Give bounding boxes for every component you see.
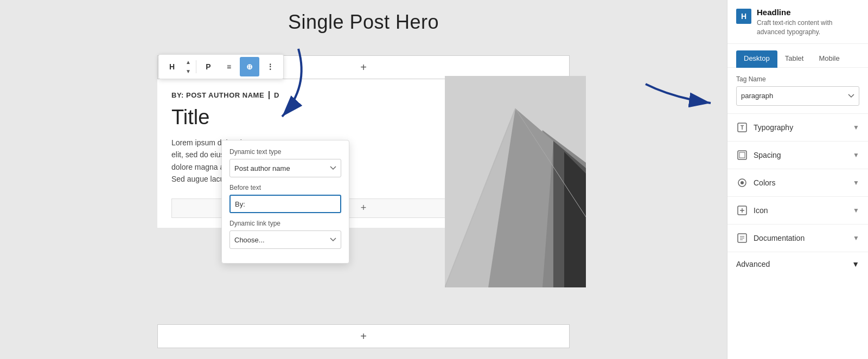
advanced-chevron: ▼	[852, 260, 859, 268]
widget-name: Headline	[757, 8, 859, 17]
move-down-button[interactable]: ▼	[183, 67, 194, 76]
tab-mobile[interactable]: Mobile	[811, 50, 847, 68]
colors-label: Colors	[754, 178, 775, 187]
sidebar-header-text: Headline Craft text-rich content with ad…	[757, 8, 859, 37]
dynamic-link-select[interactable]: Choose... Post URL Author URL	[229, 230, 341, 249]
documentation-section: Documentation ▼	[727, 225, 868, 252]
spacing-section: Spacing ▼	[727, 142, 868, 169]
accordion-left: Icon	[736, 204, 768, 216]
plus-icon: +	[361, 202, 367, 213]
heading-button[interactable]: H	[162, 57, 182, 76]
icon-section: Icon ▼	[727, 197, 868, 225]
svg-marker-6	[564, 152, 586, 287]
reorder-arrows: ▲ ▼	[183, 58, 194, 76]
toolbar-separator	[196, 60, 196, 73]
colors-chevron: ▼	[853, 179, 859, 187]
icon-label: Icon	[754, 206, 768, 215]
accordion-left: T Typography	[736, 121, 793, 133]
author-suffix: D	[274, 91, 279, 99]
dynamic-text-popup: Dynamic text type Post author name Post …	[221, 140, 349, 264]
align-icon: ≡	[227, 62, 231, 71]
documentation-icon	[736, 232, 748, 244]
advanced-section: Advanced ▼	[727, 252, 868, 276]
advanced-header[interactable]: Advanced ▼	[736, 260, 859, 268]
dynamic-link-label: Dynamic link type	[229, 220, 341, 227]
typography-icon: T	[736, 121, 748, 133]
documentation-label: Documentation	[754, 234, 805, 242]
icon-chevron: ▼	[853, 207, 859, 214]
canvas-area: Single Post Hero + H ▲ ▼ P	[0, 0, 727, 359]
tag-name-label: Tag Name	[736, 75, 859, 83]
accordion-left: Documentation	[736, 232, 805, 244]
colors-section: Colors ▼	[727, 169, 868, 197]
align-button[interactable]: ≡	[219, 57, 239, 76]
dynamic-type-label: Dynamic text type	[229, 148, 341, 156]
dynamic-content-button[interactable]: ⊕	[240, 57, 259, 76]
svg-text:T: T	[741, 125, 744, 131]
sidebar-header: H Headline Craft text-rich content with …	[727, 0, 868, 44]
hero-image-svg	[445, 76, 586, 287]
paragraph-button[interactable]: P	[199, 57, 218, 76]
widget-description: Craft text-rich content with advanced ty…	[757, 18, 859, 37]
tab-desktop[interactable]: Desktop	[736, 50, 777, 68]
tag-name-select[interactable]: paragraph h1 h2 h3 div span	[736, 86, 859, 106]
documentation-chevron: ▼	[853, 234, 859, 242]
dynamic-type-select[interactable]: Post author name Post title Post date	[229, 159, 341, 177]
before-text-input[interactable]	[229, 195, 341, 213]
spacing-label: Spacing	[754, 151, 781, 159]
tab-tablet[interactable]: Tablet	[777, 50, 812, 68]
headline-icon: H	[736, 9, 751, 24]
icon-icon	[736, 204, 748, 216]
editor-toolbar: H ▲ ▼ P ≡ ⊕ ⋮	[158, 54, 284, 79]
author-text: BY: POST AUTHOR NAME	[171, 91, 270, 99]
plus-icon: +	[360, 330, 367, 343]
more-options-button[interactable]: ⋮	[260, 57, 280, 76]
typography-chevron: ▼	[853, 124, 859, 131]
hero-image	[445, 76, 586, 287]
device-tabs: Desktop Tablet Mobile	[727, 44, 868, 68]
move-up-button[interactable]: ▲	[183, 58, 194, 67]
right-sidebar: H Headline Craft text-rich content with …	[727, 0, 868, 359]
spacing-chevron: ▼	[853, 151, 859, 159]
database-icon: ⊕	[246, 62, 253, 71]
ellipsis-icon: ⋮	[266, 62, 274, 71]
svg-rect-12	[738, 151, 746, 159]
accordion-left: Spacing	[736, 149, 781, 161]
documentation-accordion-header[interactable]: Documentation ▼	[727, 225, 868, 252]
plus-icon: +	[360, 61, 367, 74]
advanced-label: Advanced	[736, 260, 770, 268]
accordion-left: Colors	[736, 177, 775, 189]
svg-point-15	[741, 181, 744, 184]
typography-label: Typography	[754, 123, 793, 132]
colors-accordion-header[interactable]: Colors ▼	[727, 169, 868, 196]
tag-name-section: Tag Name paragraph h1 h2 h3 div span	[727, 68, 868, 114]
typography-section: T Typography ▼	[727, 114, 868, 142]
spacing-icon	[736, 149, 748, 161]
svg-rect-13	[739, 152, 745, 158]
add-section-bottom-button[interactable]: +	[157, 324, 570, 348]
before-text-label: Before text	[229, 184, 341, 191]
icon-accordion-header[interactable]: Icon ▼	[727, 197, 868, 224]
colors-icon	[736, 177, 748, 189]
typography-accordion-header[interactable]: T Typography ▼	[727, 114, 868, 141]
page-title: Single Post Hero	[288, 11, 439, 34]
spacing-accordion-header[interactable]: Spacing ▼	[727, 142, 868, 169]
